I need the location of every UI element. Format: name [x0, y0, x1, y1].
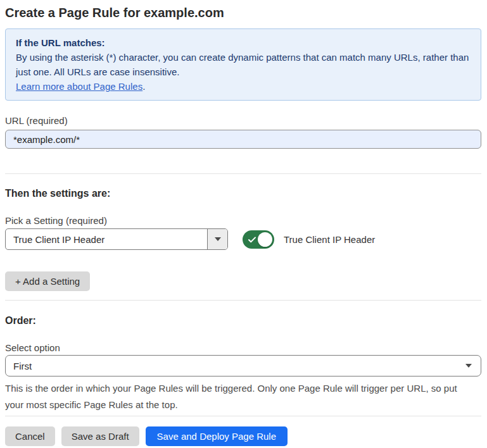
cancel-button[interactable]: Cancel [5, 426, 55, 446]
info-box-link-line: Learn more about Page Rules. [16, 79, 471, 94]
save-and-deploy-button[interactable]: Save and Deploy Page Rule [146, 426, 288, 446]
order-select-value: First [6, 361, 32, 371]
check-icon [248, 237, 256, 243]
order-select-caret-wrap [465, 364, 481, 368]
order-select-label: Select option [5, 342, 481, 354]
toggle-knob [258, 232, 272, 247]
url-input[interactable] [5, 130, 481, 149]
divider [5, 173, 481, 174]
footer-buttons: Cancel Save as Draft Save and Deploy Pag… [5, 426, 481, 446]
chevron-down-icon [215, 237, 221, 241]
divider [5, 300, 481, 301]
true-client-ip-toggle[interactable] [243, 230, 274, 249]
order-section-heading: Order: [5, 314, 481, 328]
link-suffix: . [142, 81, 145, 92]
url-label: URL (required) [5, 115, 481, 127]
page-title: Create a Page Rule for example.com [5, 4, 481, 22]
settings-section-heading: Then the settings are: [5, 187, 481, 201]
learn-more-link[interactable]: Learn more about Page Rules [16, 81, 142, 92]
toggle-label: True Client IP Header [284, 234, 375, 245]
add-setting-button[interactable]: + Add a Setting [5, 271, 90, 291]
setting-select-value: True Client IP Header [6, 234, 104, 245]
setting-select[interactable]: True Client IP Header [5, 228, 228, 250]
setting-picker-label: Pick a Setting (required) [5, 215, 481, 227]
divider [5, 416, 481, 416]
setting-picker-row: True Client IP Header True Client IP Hea… [5, 228, 481, 250]
save-as-draft-button[interactable]: Save as Draft [61, 426, 139, 446]
info-box-heading: If the URL matches: [16, 35, 471, 50]
url-match-info-box: If the URL matches: By using the asteris… [5, 28, 481, 101]
page-rule-form: Create a Page Rule for example.com If th… [0, 4, 487, 446]
setting-select-arrow-button[interactable] [207, 229, 227, 249]
order-select[interactable]: First [5, 355, 481, 376]
info-box-body: By using the asterisk (*) character, you… [16, 50, 471, 79]
order-description: This is the order in which your Page Rul… [5, 380, 477, 413]
chevron-down-icon [465, 364, 472, 368]
